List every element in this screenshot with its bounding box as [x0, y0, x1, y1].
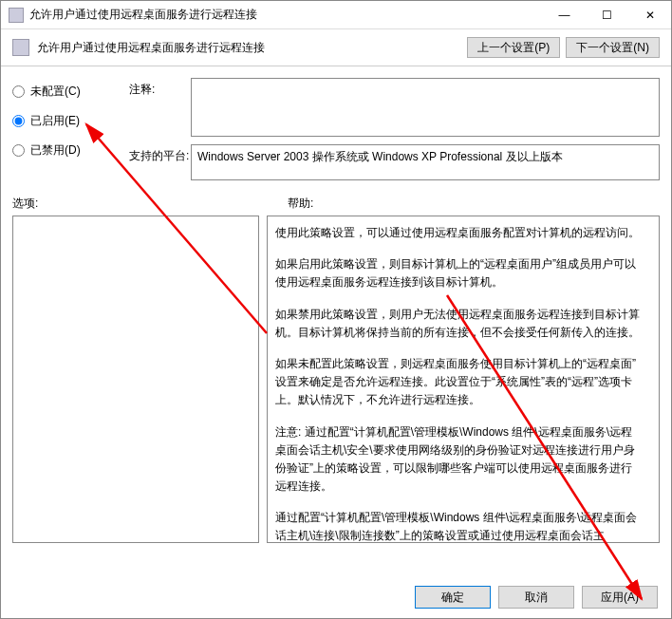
window-title: 允许用户通过使用远程桌面服务进行远程连接: [29, 7, 543, 23]
radio-not-configured-input[interactable]: [12, 85, 25, 98]
minimize-button[interactable]: —: [543, 1, 586, 29]
radio-disabled-label: 已禁用(D): [30, 142, 81, 159]
options-label: 选项:: [12, 196, 288, 212]
sub-header: 允许用户通过使用远程桌面服务进行远程连接 上一个设置(P) 下一个设置(N): [1, 29, 671, 66]
ok-button[interactable]: 确定: [415, 586, 491, 609]
maximize-button[interactable]: ☐: [586, 1, 628, 29]
help-text: 如果启用此策略设置，则目标计算机上的“远程桌面用户”组成员用户可以使用远程桌面服…: [275, 255, 640, 291]
cancel-button[interactable]: 取消: [498, 586, 574, 609]
help-text: 使用此策略设置，可以通过使用远程桌面服务配置对计算机的远程访问。: [275, 224, 640, 242]
titlebar: 允许用户通过使用远程桌面服务进行远程连接 — ☐ ✕: [1, 1, 671, 29]
dialog-body: 未配置(C) 已启用(E) 已禁用(D) 注释: 支持的平台:: [1, 66, 671, 554]
comment-label: 注释:: [129, 78, 191, 98]
previous-setting-button[interactable]: 上一个设置(P): [467, 37, 560, 58]
window-root: 允许用户通过使用远程桌面服务进行远程连接 — ☐ ✕ 允许用户通过使用远程桌面服…: [0, 0, 672, 619]
state-radio-group: 未配置(C) 已启用(E) 已禁用(D): [12, 78, 121, 188]
comment-textarea[interactable]: [191, 78, 660, 137]
policy-title: 允许用户通过使用远程桌面服务进行远程连接: [37, 40, 461, 56]
radio-not-configured-label: 未配置(C): [30, 84, 81, 100]
platform-label: 支持的平台:: [129, 144, 191, 164]
help-label: 帮助:: [288, 196, 313, 212]
help-text: 如果未配置此策略设置，则远程桌面服务使用目标计算机上的“远程桌面”设置来确定是否…: [275, 355, 640, 410]
platform-box: Windows Server 2003 操作系统或 Windows XP Pro…: [191, 144, 660, 180]
footer-buttons: 确定 取消 应用(A): [407, 586, 658, 609]
window-controls: — ☐ ✕: [543, 1, 671, 29]
radio-enabled-label: 已启用(E): [30, 113, 80, 129]
help-panel[interactable]: 使用此策略设置，可以通过使用远程桌面服务配置对计算机的远程访问。 如果启用此策略…: [267, 216, 660, 543]
help-text: 如果禁用此策略设置，则用户无法使用远程桌面服务远程连接到目标计算机。目标计算机将…: [275, 306, 640, 342]
radio-disabled[interactable]: 已禁用(D): [12, 142, 121, 159]
options-panel: [12, 216, 259, 543]
radio-disabled-input[interactable]: [12, 144, 25, 157]
help-text: 注意: 通过配置“计算机配置\管理模板\Windows 组件\远程桌面服务\远程…: [275, 423, 640, 497]
radio-not-configured[interactable]: 未配置(C): [12, 84, 121, 100]
next-setting-button[interactable]: 下一个设置(N): [566, 37, 660, 58]
apply-button[interactable]: 应用(A): [582, 586, 658, 609]
radio-enabled[interactable]: 已启用(E): [12, 113, 121, 129]
radio-enabled-input[interactable]: [12, 115, 25, 127]
help-text: 通过配置“计算机配置\管理模板\Windows 组件\远程桌面服务\远程桌面会话…: [275, 509, 640, 543]
policy-icon: [12, 39, 29, 56]
close-button[interactable]: ✕: [628, 1, 671, 29]
app-icon: [9, 8, 24, 23]
